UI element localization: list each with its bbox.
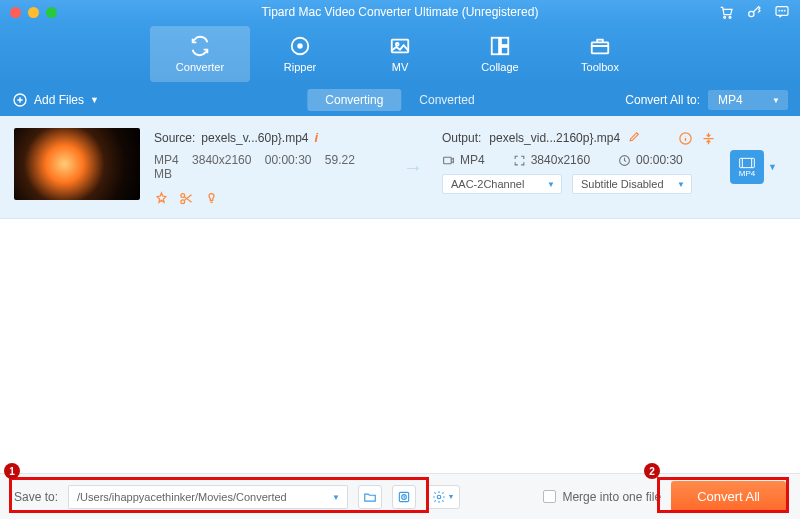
nav-mv[interactable]: MV bbox=[350, 26, 450, 82]
svg-rect-14 bbox=[592, 42, 609, 53]
svg-point-24 bbox=[437, 495, 441, 499]
close-window-button[interactable] bbox=[10, 7, 21, 18]
chevron-down-icon: ▼ bbox=[448, 493, 455, 500]
convert-all-to: Convert All to: MP4 bbox=[625, 90, 788, 110]
output-label: Output: bbox=[442, 131, 481, 145]
folder-icon bbox=[363, 490, 377, 504]
cut-icon[interactable] bbox=[179, 191, 194, 206]
svg-rect-12 bbox=[501, 38, 508, 45]
info-circle-icon[interactable] bbox=[678, 131, 693, 146]
edit-filename-icon[interactable] bbox=[628, 130, 641, 146]
add-files-label: Add Files bbox=[34, 93, 84, 107]
compress-icon[interactable] bbox=[701, 131, 716, 146]
toolbar: Add Files ▼ Converting Converted Convert… bbox=[0, 84, 800, 116]
output-selects: AAC-2Channel Subtitle Disabled bbox=[442, 174, 716, 194]
task-icon bbox=[397, 490, 411, 504]
collage-icon bbox=[489, 35, 511, 57]
meta-duration: 00:00:30 bbox=[265, 153, 312, 167]
plus-circle-icon bbox=[12, 92, 28, 108]
nav-toolbox[interactable]: Toolbox bbox=[550, 26, 650, 82]
output-column: Output: pexels_vid...2160p}.mp4 MP4 3840… bbox=[442, 128, 716, 194]
svg-point-5 bbox=[782, 10, 783, 11]
arrow-icon: → bbox=[398, 156, 428, 179]
chevron-down-icon: ▼ bbox=[90, 95, 99, 105]
source-filename: pexels_v...60p}.mp4 bbox=[201, 131, 308, 145]
svg-point-16 bbox=[181, 194, 185, 198]
output-filename: pexels_vid...2160p}.mp4 bbox=[489, 131, 620, 145]
task-schedule-button[interactable] bbox=[392, 485, 416, 509]
main-nav: Converter Ripper MV Collage Toolbox bbox=[0, 24, 800, 84]
convert-all-button[interactable]: Convert All bbox=[671, 481, 786, 512]
tab-converted[interactable]: Converted bbox=[401, 89, 492, 111]
svg-point-4 bbox=[779, 10, 780, 11]
tab-converting[interactable]: Converting bbox=[307, 89, 401, 111]
key-icon[interactable] bbox=[746, 4, 762, 20]
file-item: Source: pexels_v...60p}.mp4 i MP4 3840x2… bbox=[0, 116, 800, 219]
window-title: Tipard Mac Video Converter Ultimate (Unr… bbox=[262, 5, 539, 19]
mv-icon bbox=[389, 35, 411, 57]
svg-point-1 bbox=[729, 16, 731, 18]
info-icon[interactable]: i bbox=[315, 130, 319, 145]
resolution-icon bbox=[513, 154, 526, 167]
gear-icon bbox=[432, 490, 446, 504]
subtitle-select[interactable]: Subtitle Disabled bbox=[572, 174, 692, 194]
meta-resolution: 3840x2160 bbox=[192, 153, 251, 167]
annotation-badge-1: 1 bbox=[4, 463, 20, 479]
open-folder-button[interactable] bbox=[358, 485, 382, 509]
output-metadata: MP4 3840x2160 00:00:30 bbox=[442, 153, 716, 167]
output-format: MP4 ▼ bbox=[730, 150, 786, 184]
add-files-button[interactable]: Add Files ▼ bbox=[12, 92, 99, 108]
source-metadata: MP4 3840x2160 00:00:30 59.22 MB bbox=[154, 153, 384, 181]
audio-track-select[interactable]: AAC-2Channel bbox=[442, 174, 562, 194]
video-icon bbox=[442, 154, 455, 167]
source-column: Source: pexels_v...60p}.mp4 i MP4 3840x2… bbox=[154, 128, 384, 206]
format-dropdown-icon[interactable]: ▼ bbox=[768, 162, 777, 172]
save-path-select[interactable]: /Users/ihappyacethinker/Movies/Converted bbox=[68, 485, 348, 509]
format-icon bbox=[739, 157, 755, 169]
settings-button[interactable]: ▼ bbox=[426, 485, 460, 509]
ripper-icon bbox=[289, 35, 311, 57]
out-duration: 00:00:30 bbox=[636, 153, 683, 167]
format-badge-label: MP4 bbox=[739, 169, 755, 178]
svg-point-6 bbox=[784, 10, 785, 11]
merge-checkbox[interactable]: Merge into one file bbox=[543, 490, 661, 504]
minimize-window-button[interactable] bbox=[28, 7, 39, 18]
nav-converter[interactable]: Converter bbox=[150, 26, 250, 82]
annotation-badge-2: 2 bbox=[644, 463, 660, 479]
video-thumbnail[interactable] bbox=[14, 128, 140, 200]
format-select[interactable]: MP4 bbox=[708, 90, 788, 110]
nav-label: Toolbox bbox=[581, 61, 619, 73]
titlebar: Tipard Mac Video Converter Ultimate (Unr… bbox=[0, 0, 800, 24]
nav-ripper[interactable]: Ripper bbox=[250, 26, 350, 82]
format-badge[interactable]: MP4 bbox=[730, 150, 764, 184]
save-to-label: Save to: bbox=[14, 490, 58, 504]
svg-rect-13 bbox=[501, 47, 508, 54]
enhance-icon[interactable] bbox=[204, 191, 219, 206]
cart-icon[interactable] bbox=[718, 4, 734, 20]
titlebar-actions bbox=[718, 4, 790, 20]
conversion-tabs: Converting Converted bbox=[307, 89, 492, 111]
bottom-bar: Save to: /Users/ihappyacethinker/Movies/… bbox=[0, 473, 800, 519]
pin-icon[interactable] bbox=[154, 191, 169, 206]
maximize-window-button[interactable] bbox=[46, 7, 57, 18]
merge-label: Merge into one file bbox=[562, 490, 661, 504]
out-format: MP4 bbox=[460, 153, 485, 167]
converter-icon bbox=[189, 35, 211, 57]
convert-all-to-label: Convert All to: bbox=[625, 93, 700, 107]
svg-point-10 bbox=[396, 43, 399, 46]
source-actions bbox=[154, 191, 384, 206]
window-controls bbox=[10, 7, 57, 18]
svg-rect-11 bbox=[492, 38, 499, 55]
nav-label: Ripper bbox=[284, 61, 316, 73]
meta-size: 59.22 MB bbox=[154, 153, 355, 181]
clock-icon bbox=[618, 154, 631, 167]
svg-point-17 bbox=[181, 200, 185, 204]
nav-collage[interactable]: Collage bbox=[450, 26, 550, 82]
nav-label: Converter bbox=[176, 61, 224, 73]
out-resolution: 3840x2160 bbox=[531, 153, 590, 167]
nav-label: Collage bbox=[481, 61, 518, 73]
checkbox-icon bbox=[543, 490, 556, 503]
svg-point-2 bbox=[749, 11, 754, 16]
feedback-icon[interactable] bbox=[774, 4, 790, 20]
toolbox-icon bbox=[589, 35, 611, 57]
